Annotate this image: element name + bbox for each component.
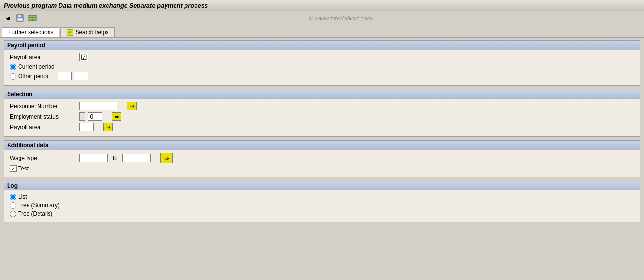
back-icon[interactable]: ◄ — [3, 13, 12, 23]
wage-type-arrow-btn[interactable]: ⇒ — [160, 153, 173, 163]
personnel-number-row: Personnel Number ⇒ — [10, 102, 634, 110]
test-checkbox[interactable]: ✓ — [10, 165, 17, 172]
payroll-area-checkbox[interactable]: ☑ — [79, 53, 88, 61]
payroll-area-label: Payroll area — [10, 54, 77, 60]
log-list-radio[interactable] — [10, 194, 16, 200]
employment-status-select[interactable]: ≡ — [79, 112, 85, 121]
log-list-row: List — [10, 193, 634, 200]
personnel-number-arrow-btn[interactable]: ⇒ — [127, 102, 137, 110]
payroll-period-header: Payroll period — [4, 41, 640, 50]
test-checkbox-label[interactable]: ✓ Test — [10, 165, 29, 172]
wage-type-row: Wage type to ⇒ — [10, 153, 634, 163]
current-period-row: Current period — [10, 63, 634, 70]
selection-payroll-area-label: Payroll area — [10, 124, 77, 130]
toolbar-watermark: © www.tutorialkart.com — [40, 15, 641, 22]
log-tree-details-row: Tree (Details) — [10, 210, 634, 217]
tab-bar: Further selections ⇒ Search helps — [0, 25, 644, 38]
wage-type-from-input[interactable] — [79, 154, 108, 162]
test-row: ✓ Test — [10, 165, 634, 172]
payroll-period-section: Payroll period Payroll area ☑ Current pe… — [4, 40, 640, 86]
employment-status-input[interactable] — [88, 112, 102, 121]
payroll-period-content: Payroll area ☑ Current period Other peri… — [4, 50, 640, 85]
employment-status-arrow-btn[interactable]: ⇒ — [112, 112, 121, 121]
svg-rect-1 — [18, 15, 21, 17]
selection-section: Selection Personnel Number ⇒ Employment … — [4, 90, 640, 137]
additional-data-content: Wage type to ⇒ ✓ Test — [4, 150, 640, 177]
save-icon[interactable] — [15, 13, 25, 23]
search-helps-tab[interactable]: ⇒ Search helps — [60, 27, 115, 37]
selection-header: Selection — [4, 90, 640, 99]
log-tree-details-label: Tree (Details) — [18, 210, 52, 217]
toolbar: ◄ © www.tutorialkart.com — [0, 11, 644, 25]
additional-data-header: Additional data — [4, 141, 640, 150]
log-header: Log — [4, 181, 640, 190]
personnel-number-label: Personnel Number — [10, 103, 77, 110]
wage-type-to-input[interactable] — [122, 154, 151, 162]
other-period-label: Other period — [18, 73, 50, 80]
further-selections-tab[interactable]: Further selections — [2, 27, 59, 37]
selection-payroll-area-arrow-btn[interactable]: ⇒ — [103, 123, 113, 131]
svg-rect-2 — [17, 18, 23, 21]
main-content: Payroll period Payroll area ☑ Current pe… — [0, 38, 644, 229]
layout-icon[interactable] — [28, 13, 37, 23]
additional-data-section: Additional data Wage type to ⇒ ✓ Test — [4, 140, 640, 177]
log-list-label: List — [18, 193, 27, 200]
title-bar: Previous program Data medium exchange Se… — [0, 0, 644, 11]
employment-status-label: Employment status — [10, 113, 77, 120]
other-period-input1[interactable] — [58, 72, 72, 80]
current-period-radio[interactable] — [10, 64, 16, 70]
log-content: List Tree (Summary) Tree (Details) — [4, 190, 640, 222]
selection-content: Personnel Number ⇒ Employment status ≡ ⇒… — [4, 99, 640, 136]
other-period-input2[interactable] — [74, 72, 88, 80]
employment-status-row: Employment status ≡ ⇒ — [10, 112, 634, 121]
other-period-radio[interactable] — [10, 73, 16, 80]
log-tree-summary-row: Tree (Summary) — [10, 202, 634, 209]
log-tree-summary-label: Tree (Summary) — [18, 202, 59, 209]
wage-type-label: Wage type — [10, 155, 77, 161]
log-tree-summary-radio[interactable] — [10, 202, 16, 209]
personnel-number-input[interactable] — [79, 102, 117, 110]
current-period-label: Current period — [18, 63, 55, 70]
payroll-area-row: Payroll area ☑ — [10, 53, 634, 61]
to-label: to — [111, 155, 119, 161]
tab-arrow-icon: ⇒ — [67, 29, 73, 36]
other-period-row: Other period — [10, 72, 634, 80]
test-label: Test — [18, 165, 29, 172]
log-tree-details-radio[interactable] — [10, 211, 16, 217]
selection-payroll-area-input[interactable] — [79, 123, 94, 131]
log-section: Log List Tree (Summary) Tree (Details) — [4, 181, 640, 222]
selection-payroll-area-row: Payroll area ⇒ — [10, 123, 634, 131]
